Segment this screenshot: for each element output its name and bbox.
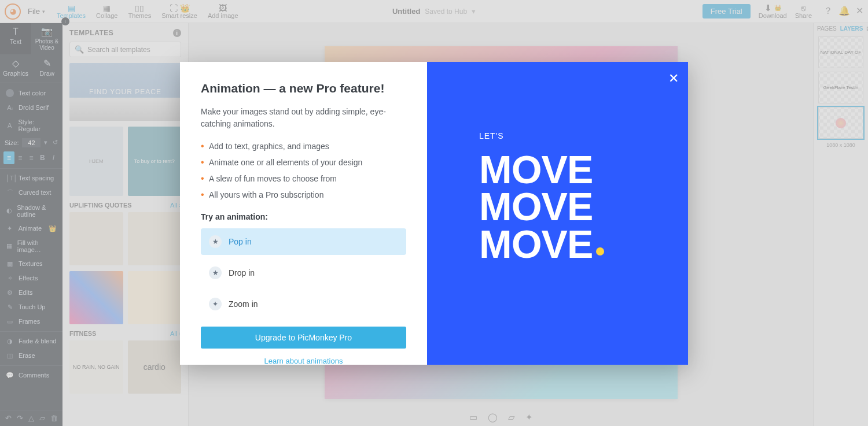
dropin-icon: ★ xyxy=(209,266,222,279)
bullet: Add to text, graphics, and images xyxy=(201,138,406,154)
dot-icon xyxy=(596,247,604,255)
zoomin-icon: ✦ xyxy=(209,298,222,310)
bullet: A slew of fun moves to choose from xyxy=(201,171,406,187)
upgrade-button[interactable]: Upgrade to PicMonkey Pro xyxy=(201,327,406,349)
bullet: All yours with a Pro subscription xyxy=(201,187,406,203)
animation-option-dropin[interactable]: ★ Drop in xyxy=(201,260,406,286)
modal-bullets: Add to text, graphics, and images Animat… xyxy=(201,138,406,203)
modal-title: Animation — a new Pro feature! xyxy=(201,82,406,95)
try-label: Try an animation: xyxy=(201,212,406,221)
preview-text: LET'S MOVE MOVE MOVE xyxy=(479,131,604,263)
animation-modal: ✕ Animation — a new Pro feature! Make yo… xyxy=(180,62,688,365)
learn-link[interactable]: Learn about animations xyxy=(201,357,406,365)
modal-lead: Make your images stand out by adding sim… xyxy=(201,106,406,130)
modal-preview: LET'S MOVE MOVE MOVE xyxy=(427,62,688,365)
modal-content: Animation — a new Pro feature! Make your… xyxy=(180,62,427,365)
popin-icon: ★ xyxy=(209,235,222,248)
animation-option-popin[interactable]: ★ Pop in xyxy=(201,228,406,255)
bullet: Animate one or all elements of your desi… xyxy=(201,154,406,171)
modal-overlay: ✕ Animation — a new Pro feature! Make yo… xyxy=(0,0,868,426)
close-icon[interactable]: ✕ xyxy=(668,71,679,86)
animation-option-zoomin[interactable]: ✦ Zoom in xyxy=(201,291,406,317)
